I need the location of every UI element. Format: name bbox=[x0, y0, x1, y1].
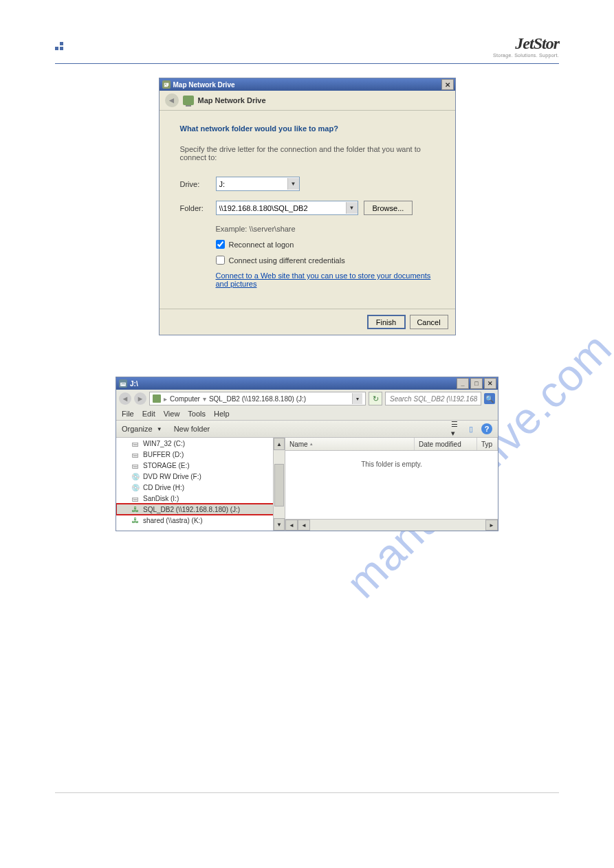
brand-name: JetStor bbox=[493, 34, 559, 53]
tree-item[interactable]: 🖴SanDisk (I:) bbox=[116, 493, 285, 504]
close-button[interactable]: ✕ bbox=[441, 79, 454, 90]
tree-item[interactable]: 💿DVD RW Drive (F:) bbox=[116, 471, 285, 482]
reconnect-row[interactable]: Reconnect at logon bbox=[216, 240, 435, 249]
menu-file[interactable]: File bbox=[122, 410, 134, 418]
dialog-body: What network folder would you like to ma… bbox=[160, 111, 455, 309]
footer-rule bbox=[55, 792, 559, 793]
browse-button[interactable]: Browse... bbox=[364, 201, 413, 215]
tree-item-label: WIN7_32 (C:) bbox=[143, 440, 185, 447]
breadcrumb-location[interactable]: SQL_DB2 (\\192.168.8.180) (J:) bbox=[209, 395, 306, 403]
folder-combo[interactable]: ▼ bbox=[216, 201, 358, 215]
minimize-button[interactable]: _ bbox=[457, 378, 469, 389]
breadcrumb-computer[interactable]: Computer bbox=[170, 395, 200, 403]
dialog-subheader: ◄ Map Network Drive bbox=[160, 91, 455, 111]
scrollbar-thumb[interactable] bbox=[274, 464, 284, 507]
subheader-title: Map Network Drive bbox=[198, 96, 266, 104]
column-date[interactable]: Date modified bbox=[415, 438, 477, 450]
scroll-left-icon[interactable]: ◄ bbox=[285, 520, 298, 531]
drive-input[interactable] bbox=[217, 178, 287, 190]
scroll-down-icon[interactable]: ▼ bbox=[274, 518, 285, 531]
column-type[interactable]: Typ bbox=[477, 438, 498, 450]
credentials-row[interactable]: Connect using different credentials bbox=[216, 256, 435, 265]
folder-input[interactable] bbox=[217, 202, 346, 214]
search-input[interactable] bbox=[388, 394, 479, 403]
tree-item[interactable]: 🖴WIN7_32 (C:) bbox=[116, 438, 285, 449]
brand-logo: JetStor Storage. Solutions. Support. bbox=[493, 34, 559, 58]
chevron-right-icon: ▾ bbox=[203, 395, 206, 403]
search-icon[interactable]: 🔍 bbox=[484, 393, 495, 404]
header-logo-dots bbox=[55, 42, 63, 50]
empty-folder-message: This folder is empty. bbox=[285, 451, 498, 478]
breadcrumb[interactable]: ▸ Computer ▾ SQL_DB2 (\\192.168.8.180) (… bbox=[149, 392, 366, 405]
net-icon: 🖧 bbox=[131, 505, 140, 513]
search-box[interactable] bbox=[385, 392, 481, 405]
nav-forward-icon[interactable]: ► bbox=[134, 392, 146, 405]
folder-label: Folder: bbox=[180, 204, 216, 212]
header-rule bbox=[55, 63, 559, 64]
dialog-footer: Finish Cancel bbox=[160, 309, 455, 335]
finish-button[interactable]: Finish bbox=[367, 315, 406, 329]
column-name[interactable]: Name ▴ bbox=[285, 438, 415, 450]
credentials-checkbox[interactable] bbox=[216, 256, 225, 265]
menu-edit[interactable]: Edit bbox=[142, 410, 155, 418]
location-icon bbox=[153, 394, 161, 403]
view-icon[interactable]: ☰ ▾ bbox=[451, 424, 461, 434]
menu-bar: File Edit View Tools Help bbox=[116, 408, 498, 421]
scroll-left-icon-2[interactable]: ◄ bbox=[298, 520, 310, 531]
explorer-titlebar[interactable]: 🖴 J:\ _ □ ✕ bbox=[116, 377, 498, 390]
map-network-drive-dialog: 🖳 Map Network Drive ✕ ◄ Map Network Driv… bbox=[159, 78, 456, 335]
close-button[interactable]: ✕ bbox=[484, 378, 496, 389]
monitor-icon bbox=[183, 96, 194, 105]
cancel-button[interactable]: Cancel bbox=[410, 315, 448, 329]
tree-item[interactable]: 💿CD Drive (H:) bbox=[116, 482, 285, 493]
tree-item-label: STORAGE (E:) bbox=[143, 462, 190, 469]
chevron-down-icon: ▼ bbox=[155, 424, 164, 434]
menu-tools[interactable]: Tools bbox=[188, 410, 206, 418]
tree-item[interactable]: 🖧SQL_DB2 (\\192.168.8.180) (J:) bbox=[116, 504, 285, 515]
menu-help[interactable]: Help bbox=[214, 410, 230, 418]
tree-item-label: SanDisk (I:) bbox=[143, 495, 179, 502]
explorer-window: 🖴 J:\ _ □ ✕ ◄ ► ▸ Computer ▾ SQL_DB2 (\\… bbox=[116, 377, 498, 531]
tree-item[interactable]: 🖴STORAGE (E:) bbox=[116, 460, 285, 471]
drive-combo[interactable]: ▼ bbox=[216, 177, 300, 191]
dialog-title: Map Network Drive bbox=[173, 81, 235, 89]
vertical-scrollbar[interactable]: ▲ ▼ bbox=[273, 438, 285, 531]
preview-pane-icon[interactable]: ▯ bbox=[466, 424, 476, 434]
brand-tagline: Storage. Solutions. Support. bbox=[493, 53, 559, 58]
chevron-down-icon[interactable]: ▾ bbox=[352, 393, 362, 404]
tree-pane: 🖴WIN7_32 (C:)🖴BUFFER (D:)🖴STORAGE (E:)💿D… bbox=[116, 438, 285, 531]
dvd-icon: 💿 bbox=[131, 483, 140, 491]
list-pane: Name ▴ Date modified Typ This folder is … bbox=[285, 438, 498, 531]
network-drive-icon: 🖳 bbox=[162, 80, 171, 89]
chevron-down-icon[interactable]: ▼ bbox=[287, 178, 299, 190]
drive-icon: 🖴 bbox=[131, 439, 140, 447]
scroll-right-icon[interactable]: ► bbox=[485, 520, 498, 531]
reconnect-label: Reconnect at logon bbox=[229, 241, 294, 249]
menu-view[interactable]: View bbox=[164, 410, 180, 418]
reconnect-checkbox[interactable] bbox=[216, 240, 225, 249]
organize-button[interactable]: Organize ▼ bbox=[122, 424, 164, 434]
dialog-instruction: Specify the drive letter for the connect… bbox=[180, 145, 435, 162]
tree-item-label: CD Drive (H:) bbox=[143, 484, 184, 491]
dialog-titlebar[interactable]: 🖳 Map Network Drive ✕ bbox=[160, 78, 455, 91]
website-link[interactable]: Connect to a Web site that you can use t… bbox=[216, 271, 435, 288]
tree-item[interactable]: 🖴BUFFER (D:) bbox=[116, 449, 285, 460]
horizontal-scrollbar[interactable]: ◄ ◄ ► bbox=[285, 519, 498, 531]
address-bar: ◄ ► ▸ Computer ▾ SQL_DB2 (\\192.168.8.18… bbox=[116, 390, 498, 408]
scroll-up-icon[interactable]: ▲ bbox=[274, 438, 285, 450]
back-icon[interactable]: ◄ bbox=[165, 93, 179, 107]
drive-row: Drive: ▼ bbox=[180, 177, 435, 191]
new-folder-button[interactable]: New folder bbox=[174, 425, 210, 433]
nav-back-icon[interactable]: ◄ bbox=[119, 392, 131, 405]
sort-ascending-icon: ▴ bbox=[310, 441, 313, 447]
tree-item-label: SQL_DB2 (\\192.168.8.180) (J:) bbox=[143, 506, 240, 513]
maximize-button[interactable]: □ bbox=[470, 378, 483, 389]
chevron-down-icon[interactable]: ▼ bbox=[346, 202, 358, 214]
tree-item[interactable]: 🖧shared (\\astra) (K:) bbox=[116, 515, 285, 526]
tree-item-label: shared (\\astra) (K:) bbox=[143, 517, 203, 524]
help-icon[interactable]: ? bbox=[481, 423, 492, 434]
explorer-body: 🖴WIN7_32 (C:)🖴BUFFER (D:)🖴STORAGE (E:)💿D… bbox=[116, 438, 498, 531]
refresh-button[interactable]: ↻ bbox=[369, 392, 382, 405]
drive-icon: 🖴 bbox=[119, 379, 127, 388]
drive-label: Drive: bbox=[180, 180, 216, 188]
